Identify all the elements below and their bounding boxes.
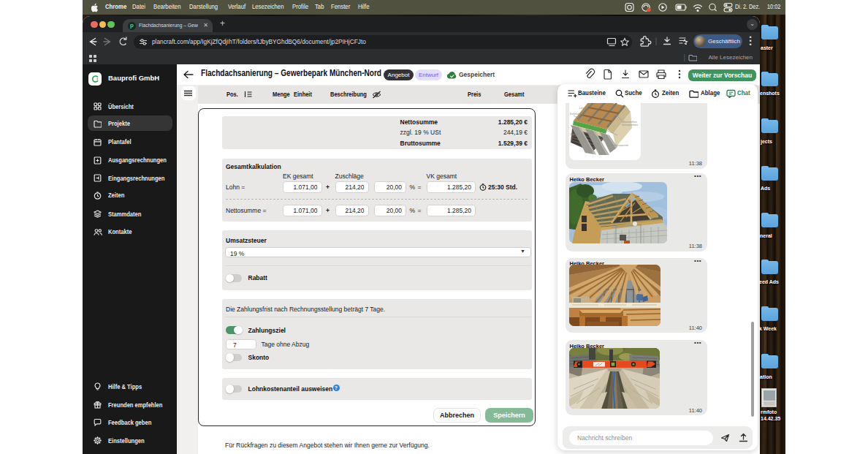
svg-text:Konterlattung: Konterlattung (570, 113, 583, 116)
svg-text:Lattung: Lattung (579, 107, 587, 110)
svg-text:Unterspannbahn: Unterspannbahn (622, 124, 639, 126)
svg-text:Zwischensparrend.: Zwischensparrend. (610, 144, 629, 147)
svg-text:Sparren: Sparren (570, 133, 578, 136)
